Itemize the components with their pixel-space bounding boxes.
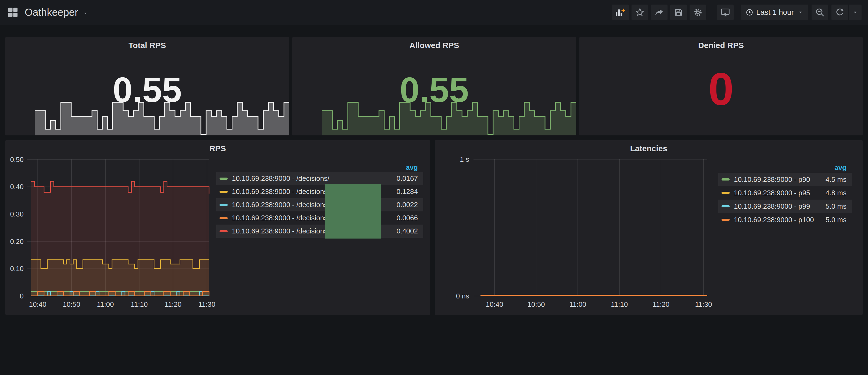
rps-y-tick-label: 0.50 (5, 156, 24, 164)
legend-series-label: 10.10.69.238:9000 - /decisions/ (232, 174, 330, 183)
dashboard-grid-icon (7, 6, 19, 19)
time-range-label: Last 1 hour (756, 8, 794, 17)
latencies-y-tick-label: 0 ns (451, 292, 469, 300)
legend-series-label: 10.10.69.238:9000 - /decisions/ (232, 227, 330, 235)
legend-series-swatch-icon (220, 191, 228, 193)
panel-denied-rps: Denied RPS 0 (579, 37, 863, 135)
latencies-x-tick-label: 11:10 (604, 300, 634, 309)
rps-y-tick-label: 0.30 (5, 210, 24, 218)
panel-title-total-rps[interactable]: Total RPS (5, 41, 289, 50)
stat-value-denied-rps: 0 (579, 65, 863, 113)
dashboard-settings-button[interactable] (689, 5, 706, 20)
legend-series-avg-value: 0.4002 (396, 227, 418, 235)
legend-series-swatch-icon (220, 204, 228, 206)
navbar-left: Oathkeeper (6, 5, 89, 19)
legend-series-avg-value: 0.0022 (396, 201, 418, 209)
latencies-legend-row[interactable]: 10.10.69.238:9000 - p954.8 ms (718, 186, 852, 199)
sparkline-allowed-rps (292, 100, 576, 135)
legend-series-label: 10.10.69.238:9000 - /decisions/ (232, 214, 330, 222)
share-icon (654, 7, 664, 18)
panel-total-rps: Total RPS 0.55 (5, 37, 289, 135)
latencies-legend-row[interactable]: 10.10.69.238:9000 - p904.5 ms (718, 173, 852, 186)
title-caret-down-icon[interactable] (82, 10, 89, 17)
rps-legend-avg-header[interactable]: avg (406, 163, 418, 171)
legend-series-label: 10.10.69.238:9000 - /decisions/ (232, 201, 330, 209)
latencies-legend: avg 10.10.69.238:9000 - p904.5 ms10.10.6… (718, 163, 852, 226)
legend-series-avg-value: 4.8 ms (826, 189, 846, 197)
rps-legend-header: avg (216, 163, 423, 172)
legend-series-avg-value: 0.0167 (396, 174, 418, 183)
legend-series-label: 10.10.69.238:9000 - p100 (734, 216, 814, 224)
rps-x-tick-label: 11:00 (91, 300, 120, 309)
legend-series-swatch-icon (220, 230, 228, 232)
latencies-x-tick-label: 10:50 (521, 300, 551, 309)
time-range-picker-button[interactable]: Last 1 hour (741, 5, 808, 20)
legend-series-avg-value: 0.1284 (396, 187, 418, 196)
rps-legend-row[interactable]: 10.10.69.238:9000 - /decisions/0.1284 (216, 185, 423, 198)
latencies-legend-row[interactable]: 10.10.69.238:9000 - p995.0 ms (718, 199, 852, 213)
refresh-icon (835, 7, 845, 17)
rps-x-tick-label: 11:20 (158, 300, 188, 309)
legend-series-swatch-icon (220, 217, 228, 219)
dashboard-title[interactable]: Oathkeeper (25, 7, 78, 18)
latencies-legend-rows: 10.10.69.238:9000 - p904.5 ms10.10.69.23… (718, 173, 852, 226)
green-overlay-rectangle (324, 184, 381, 239)
latencies-x-tick-label: 11:20 (646, 300, 676, 309)
add-panel-icon (615, 7, 626, 18)
legend-series-avg-value: 5.0 ms (826, 216, 846, 224)
rps-x-tick-label: 10:50 (57, 300, 86, 309)
rps-x-tick-label: 10:40 (23, 300, 53, 309)
legend-series-avg-value: 5.0 ms (826, 202, 846, 211)
navbar: Oathkeeper (0, 0, 868, 25)
legend-series-swatch-icon (721, 205, 730, 207)
rps-y-tick-label: 0 (5, 292, 24, 300)
rps-legend-row[interactable]: 10.10.69.238:9000 - /decisions/0.0066 (216, 211, 423, 225)
star-icon (635, 7, 645, 18)
sparkline-total-rps (5, 100, 289, 135)
latencies-legend-avg-header[interactable]: avg (834, 164, 846, 172)
time-range-caret-down-icon (797, 9, 804, 15)
panel-rps-graph: RPS 0.500.400.300.200.100 10:4010:5011:0… (5, 140, 430, 315)
rps-legend: avg 10.10.69.238:9000 - /decisions/0.016… (216, 163, 423, 238)
legend-series-avg-value: 0.0066 (396, 214, 418, 222)
dashboard-grid-icon-button[interactable] (6, 5, 20, 19)
legend-series-label: 10.10.69.238:9000 - p95 (734, 189, 810, 197)
share-dashboard-button[interactable] (651, 5, 668, 20)
refresh-interval-caret-button[interactable] (849, 5, 862, 20)
gear-icon (693, 7, 703, 18)
panel-allowed-rps: Allowed RPS 0.55 (292, 37, 576, 135)
star-dashboard-button[interactable] (631, 5, 648, 20)
navbar-right: Last 1 hour (612, 5, 862, 20)
legend-series-label: 10.10.69.238:9000 - /decisions/ (232, 187, 330, 196)
cycle-view-mode-button[interactable] (717, 5, 734, 20)
legend-series-label: 10.10.69.238:9000 - p90 (734, 176, 810, 184)
rps-x-tick-label: 11:10 (124, 300, 154, 309)
rps-y-tick-label: 0.40 (5, 183, 24, 191)
grafana-dashboard: Oathkeeper (0, 0, 868, 375)
legend-series-swatch-icon (721, 219, 730, 221)
latencies-x-tick-label: 10:40 (480, 300, 509, 309)
rps-y-tick-label: 0.10 (5, 264, 24, 273)
legend-series-avg-value: 4.5 ms (826, 176, 846, 184)
latencies-x-tick-label: 11:30 (689, 300, 718, 309)
panel-latencies-graph: Latencies 1 s0 ns 10:4010:5011:0011:1011… (435, 140, 863, 315)
legend-series-label: 10.10.69.238:9000 - p99 (734, 202, 810, 211)
panel-title-allowed-rps[interactable]: Allowed RPS (292, 41, 576, 50)
rps-legend-row[interactable]: 10.10.69.238:9000 - /decisions/0.4002 (216, 225, 423, 238)
save-icon (674, 7, 683, 17)
latencies-x-tick-label: 11:00 (563, 300, 593, 309)
legend-series-swatch-icon (721, 192, 730, 194)
rps-legend-row[interactable]: 10.10.69.238:9000 - /decisions/0.0167 (216, 172, 423, 185)
refresh-dashboard-button[interactable] (832, 5, 848, 20)
rps-legend-row[interactable]: 10.10.69.238:9000 - /decisions/0.0022 (216, 198, 423, 211)
add-panel-button[interactable] (612, 5, 629, 20)
legend-series-swatch-icon (220, 178, 228, 180)
rps-y-tick-label: 0.20 (5, 238, 24, 246)
zoom-out-time-range-button[interactable] (812, 5, 828, 20)
panel-title-denied-rps[interactable]: Denied RPS (579, 41, 863, 50)
rps-x-tick-label: 11:30 (192, 300, 222, 309)
save-dashboard-button[interactable] (670, 5, 687, 20)
monitor-icon (720, 7, 731, 18)
latencies-legend-row[interactable]: 10.10.69.238:9000 - p1005.0 ms (718, 213, 852, 226)
rps-legend-rows: 10.10.69.238:9000 - /decisions/0.016710.… (216, 172, 423, 238)
